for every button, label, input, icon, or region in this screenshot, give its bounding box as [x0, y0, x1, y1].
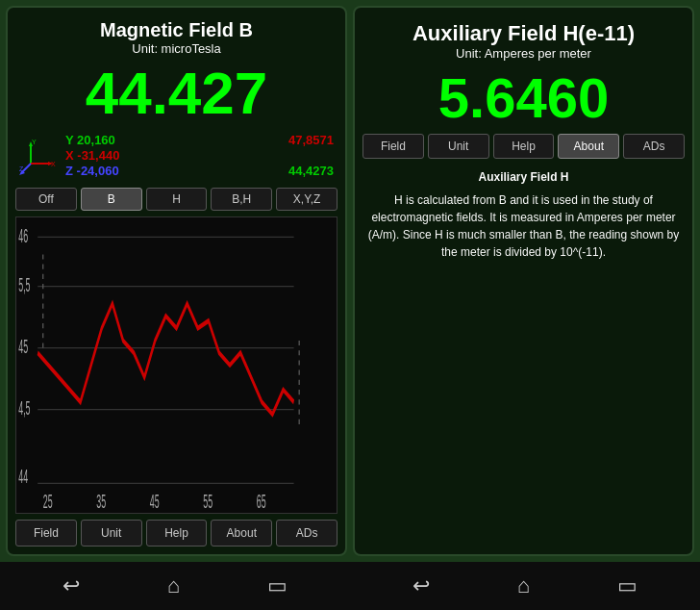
right-main-value: 5.6460	[362, 70, 685, 126]
left-about-button[interactable]: About	[211, 520, 272, 546]
svg-text:4,5: 4,5	[18, 397, 30, 419]
svg-text:44: 44	[18, 466, 28, 487]
svg-text:46: 46	[18, 224, 28, 245]
y-value: 20,160	[77, 133, 115, 147]
z-value: -24,060	[77, 164, 119, 178]
svg-text:Y: Y	[32, 139, 37, 145]
right-unit: Unit: Amperes per meter	[362, 46, 685, 61]
left-bottom-nav: Field Unit Help About ADs	[15, 520, 338, 546]
left-ads-button[interactable]: ADs	[276, 520, 338, 546]
right-mode-buttons: Field Unit Help About ADs	[362, 134, 685, 159]
svg-text:35: 35	[96, 491, 106, 512]
left-title: Magnetic Field B	[15, 19, 338, 41]
svg-text:5,5: 5,5	[18, 274, 30, 295]
chart-container: 46 5,5 45 4,5 44 25 35 45 55 65	[15, 216, 338, 514]
right-bottom-bar: ↩ ⌂ ▭	[350, 573, 700, 598]
left-back-icon[interactable]: ↩	[62, 573, 80, 598]
svg-text:X: X	[51, 161, 56, 167]
svg-text:55: 55	[203, 491, 212, 512]
z-label: Z -24,060	[65, 164, 196, 178]
right-home-icon[interactable]: ⌂	[517, 573, 530, 598]
mode-b-button[interactable]: B	[81, 188, 142, 211]
help-body: H is calculated from B and it is used in…	[368, 193, 679, 259]
left-unit: Unit: microTesla	[15, 41, 338, 56]
left-phone-panel: Magnetic Field B Unit: microTesla 44.427…	[6, 6, 347, 556]
left-recent-icon[interactable]: ▭	[267, 573, 288, 598]
left-unit-button[interactable]: Unit	[81, 520, 142, 546]
help-title: Auxiliary Field H	[366, 168, 681, 186]
axes-section: Y X Z Y 20,160 47,8571 X -31,440 Z -24,0…	[15, 131, 338, 180]
x-value: -31,440	[77, 148, 119, 163]
mode-h-button[interactable]: H	[146, 188, 208, 211]
svg-text:45: 45	[18, 336, 28, 357]
axes-values: Y 20,160 47,8571 X -31,440 Z -24,060 44,…	[65, 133, 334, 178]
mode-bh-button[interactable]: B,H	[211, 188, 272, 211]
left-home-icon[interactable]: ⌂	[167, 573, 180, 598]
right-help-button[interactable]: Help	[493, 134, 555, 159]
top-right-value: 47,8571	[204, 133, 335, 147]
x-label: X -31,440	[65, 148, 196, 163]
svg-text:25: 25	[43, 491, 53, 512]
left-help-button[interactable]: Help	[146, 520, 208, 546]
right-unit-button[interactable]: Unit	[428, 134, 489, 159]
bottom-navigation-bar: ↩ ⌂ ▭ ↩ ⌂ ▭	[0, 562, 700, 610]
svg-text:65: 65	[257, 491, 266, 512]
right-back-icon[interactable]: ↩	[412, 573, 430, 598]
mode-off-button[interactable]: Off	[15, 188, 77, 211]
right-phone-panel: Auxiliary Field H(e-11) Unit: Amperes pe…	[353, 6, 694, 556]
left-main-value: 44.427	[15, 64, 338, 123]
axes-diagram-icon: Y X Z	[19, 137, 58, 175]
chart-svg: 46 5,5 45 4,5 44 25 35 45 55 65	[16, 217, 337, 513]
left-field-button[interactable]: Field	[15, 520, 77, 546]
help-text-area: Auxiliary Field H H is calculated from B…	[362, 163, 685, 546]
svg-text:Z: Z	[19, 165, 24, 172]
y-label: Y 20,160	[65, 133, 196, 147]
mode-buttons: Off B H B,H X,Y,Z	[15, 188, 338, 211]
right-recent-icon[interactable]: ▭	[617, 573, 638, 598]
left-bottom-bar: ↩ ⌂ ▭	[0, 573, 350, 598]
right-ads-button[interactable]: ADs	[623, 134, 685, 159]
svg-text:45: 45	[150, 491, 160, 512]
right-title: Auxiliary Field H(e-11)	[362, 21, 685, 46]
bot-right-value: 44,4273	[204, 164, 335, 178]
right-about-button[interactable]: About	[558, 134, 619, 159]
right-field-button[interactable]: Field	[362, 134, 424, 159]
mode-xyz-button[interactable]: X,Y,Z	[276, 188, 338, 211]
